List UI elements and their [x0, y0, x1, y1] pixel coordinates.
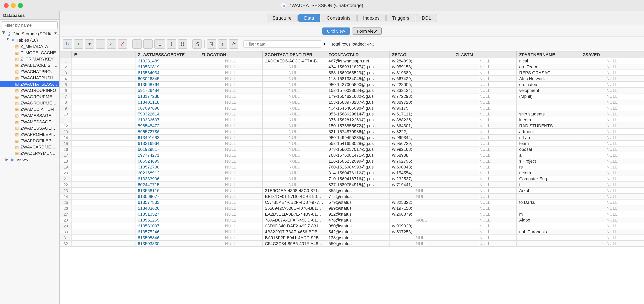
column-header-ZLOCATION[interactable]: ZLOCATION [199, 51, 262, 58]
sidebar-item-zwagroupmember[interactable]: ▦ZWAGROUPMEMBER [0, 94, 59, 100]
last-page-button[interactable]: ⟩⟩ [178, 39, 187, 48]
sidebar-item-z_metadata[interactable]: ▦Z_METADATA [0, 43, 59, 50]
data-table-container[interactable]: EZLASTMESSAGEDATEZLOCATIONZCONTACTIDENTI… [60, 51, 644, 304]
table-row[interactable]: 12598548472NULLNULL150-1576855672@g.usw:… [60, 123, 644, 129]
cell-zetag: w:154554; [390, 170, 453, 176]
column-header-ZCONTACTIDENTIFIER[interactable]: ZCONTACTIDENTIFIER [262, 51, 326, 58]
sort-button[interactable]: ⇅ [207, 39, 216, 48]
sidebar-item-chatstorage[interactable]: ▶🗄ChatStorage (SQLite 3) [0, 31, 59, 37]
minimize-button[interactable] [11, 3, 16, 8]
table-row[interactable]: 15613316964NULLNULL553-1541653028@g.usw:… [60, 140, 644, 146]
filter-data-input[interactable] [244, 40, 322, 47]
column-header-ZETAG[interactable]: ZETAG [390, 51, 453, 58]
table-row[interactable]: 14613491683NULLNULL980-1499495235@g.usw:… [60, 134, 644, 140]
next-page-button[interactable]: ⟩ [167, 39, 176, 48]
table-row[interactable]: 1613231489NULL1ADCAED6-AC3C-4F7A-BC56-C2… [60, 58, 644, 64]
print-button[interactable]: 🖨 [192, 39, 202, 48]
table-row[interactable]: 9567097898NULLNULL434-1545405098@g.usw:9… [60, 105, 644, 111]
column-header-ZLASTMESSAGEDATE[interactable]: ZLASTMESSAGEDATE [135, 51, 199, 58]
table-row[interactable]: 25613577833NULLCA7B5AE4-6B2F-4D87-9771-5… [60, 199, 644, 205]
cell-zlocation: NULL [199, 93, 262, 99]
sidebar-item-z_modelcache[interactable]: ▦Z_MODELCACHE [0, 50, 59, 56]
view-btn-grid-view[interactable]: Grid view [322, 27, 350, 34]
column-header-rownum[interactable] [60, 51, 72, 58]
sidebar-item-views[interactable]: ▶▶Views [0, 156, 59, 162]
delete-button[interactable]: − [96, 39, 105, 48]
sidebar-item-zwamessagedataitem[interactable]: ▦ZWAMESSAGEDATAITEM [0, 118, 59, 125]
sidebar-item-zwablacklistitem[interactable]: ▦ZWABLACKLISTITEM [0, 62, 59, 68]
table-row[interactable]: 23613568116NULL31E9C4EA-4808-48C0-8713-7… [60, 188, 644, 194]
sort-asc-button[interactable]: ↑ [218, 39, 227, 48]
table-row[interactable]: 31613505846NULLBA918F2F-5041-4ADD-92B8-C… [60, 235, 644, 240]
table-row[interactable]: 7613177288NULLNULL179-1504821682@g.usw:7… [60, 93, 644, 99]
add-button[interactable]: + [74, 39, 83, 48]
column-header-E[interactable]: E [72, 51, 135, 58]
table-row[interactable]: 4603026845NULLNULL118-1581334045@g.usw:6… [60, 76, 644, 82]
table-row[interactable]: 5613568764NULLNULL980-1427005890@g.usw:2… [60, 82, 644, 88]
table-row[interactable]: 20602168912NULLNULL314-1580476112@g.usw:… [60, 170, 644, 176]
table-row[interactable]: 3613564034NULLNULL588-1569063529@g.usw:3… [60, 70, 644, 76]
table-row[interactable]: 22602447715NULLNULL837-1580754915@g.usw:… [60, 182, 644, 188]
column-header-ZLASTM[interactable]: ZLASTM [453, 51, 517, 58]
table-row[interactable]: 19613572730NULLNULL760-1526984993@g.usw:… [60, 164, 644, 170]
refresh-button[interactable]: ↻ [63, 39, 72, 48]
sidebar-item-zwachatproperties[interactable]: ▦ZWACHATPROPERTIES [0, 68, 59, 75]
table-row[interactable]: 26613483626NULL3550942C-500D-4076-B818-F… [60, 205, 644, 211]
first-page-button[interactable]: ⟨⟨ [132, 39, 142, 48]
tab-structure[interactable]: Structure [267, 14, 298, 22]
sidebar-item-zwachatsession[interactable]: ▦ZWACHATSESSION [0, 81, 59, 87]
table-row[interactable]: 16601929817NULLNULL078-1580237017@g.usw:… [60, 146, 644, 152]
tab-constraints[interactable]: Constraints [321, 14, 356, 22]
table-row[interactable]: 11613336607NULLNULL375-1582812269@g.usw:… [60, 117, 644, 123]
apply-button[interactable]: ✓ [107, 39, 116, 48]
cell-zlocation: NULL [199, 82, 262, 88]
sidebar-item-zwaz1paymenttransaction[interactable]: ▦ZWAZ1PAYMENTTRANSACTION [0, 150, 59, 156]
column-header-ZCONTACTJID[interactable]: ZCONTACTJID [326, 51, 390, 58]
view-btn-form-view[interactable]: Form view [352, 27, 382, 34]
maximize-button[interactable] [18, 3, 23, 8]
table-row[interactable]: 13596572786NULLNULL521-1574879986@g.usw:… [60, 129, 644, 134]
close-button[interactable] [4, 3, 9, 8]
sidebar-item-zwamediaitem[interactable]: ▦ZWAMEDIAITEM [0, 106, 59, 112]
sidebar-item-tables[interactable]: ▶▼Tables (18) [0, 37, 59, 43]
tab-data[interactable]: Data [298, 14, 320, 22]
table-row[interactable]: 8613401118NULLNULL153-1568973287@g.usw:3… [60, 99, 644, 105]
sidebar-item-z_primarykey[interactable]: ▦Z_PRIMARYKEY [0, 56, 59, 62]
filter-input[interactable] [2, 21, 58, 29]
table-row[interactable]: 10590322614NULLNULL055-1568629814@g.usw:… [60, 111, 644, 117]
table-row[interactable]: 30613575246NULL4B322097-73A7-4656-BDBF-6… [60, 229, 644, 235]
table-row[interactable]: 28613561259NULL789AD07A-EFAF-45DD-816E-C… [60, 217, 644, 223]
table-row[interactable]: 2613580819NULLNULL434-1589311827@g.usw:9… [60, 64, 644, 70]
sidebar-item-zwaprofilepushname[interactable]: ▦ZWAPROFILEPUSHNAME [0, 138, 59, 144]
sidebar-item-zwagroupmemberschange[interactable]: ▦ZWAGROUPMEMBERSCHANGE [0, 100, 59, 106]
cell-zsaved: NULL [580, 88, 644, 93]
sidebar-item-zwamessageinfo[interactable]: ▦ZWAMESSAGEINFO [0, 125, 59, 131]
tab-indexes[interactable]: Indexes [357, 14, 386, 22]
tab-ddl[interactable]: DDL [416, 14, 437, 22]
sidebar-item-zwamessage[interactable]: ▦ZWAMESSAGE [0, 112, 59, 118]
table-row[interactable]: 29613580097NULL03D9D340-DAF2-49D7-831B-6… [60, 223, 644, 229]
column-header-ZSAVED[interactable]: ZSAVED [580, 51, 644, 58]
add-dropdown-button[interactable]: ▾ [85, 39, 94, 48]
table-row[interactable]: 6591726484NULLNULL153-1570033684@g.usw:3… [60, 88, 644, 93]
table-row[interactable]: 24613569077NULLBED7DF01-97D0-4CB8-9055-E… [60, 194, 644, 199]
page-num-button[interactable]: 1 [154, 39, 165, 48]
sidebar-item-zwagroupinfo[interactable]: ▦ZWAGROUPINFO [0, 87, 59, 94]
cell-zpartnername: oposal [516, 146, 580, 152]
sidebar-item-zwaprofilepictureitem[interactable]: ▦ZWAPROFILEPICTUREITEM [0, 131, 59, 138]
table-row[interactable]: 18606924899NULLNULL118-1585232099@g.usw:… [60, 158, 644, 164]
filter-icon: ▾ [324, 42, 326, 46]
cancel-button[interactable]: ✗ [118, 39, 127, 48]
table-row[interactable]: 27613513527NULLEA2D5E1D-8B7E-44B9-8176-0… [60, 211, 644, 217]
sidebar-item-zwavcardmention[interactable]: ▦ZWAVCARDMENTION [0, 144, 59, 150]
tab-triggers[interactable]: Triggers [386, 14, 415, 22]
sidebar-item-label: ZWAMESSAGEDATAITEM [20, 120, 58, 124]
column-header-ZPARTNERNAME[interactable]: ZPARTNERNAME [516, 51, 580, 58]
reload-button[interactable]: ⟳ [229, 39, 238, 48]
sidebar-item-zwachatpushconfig[interactable]: ▦ZWACHATPUSHCONFIG [0, 75, 59, 81]
prev-page-button[interactable]: ⟨ [143, 39, 153, 48]
cell-zpartnername: al [516, 152, 580, 158]
table-row[interactable]: 21613333906NULLNULL710-1569416716@g.usw:… [60, 176, 644, 182]
table-row[interactable]: 17597774271NULLNULL768-1576081471@g.usw:… [60, 152, 644, 158]
table-row[interactable]: 32613503830NULLC54C2C84-89B6-401F-A487-6… [60, 240, 644, 246]
